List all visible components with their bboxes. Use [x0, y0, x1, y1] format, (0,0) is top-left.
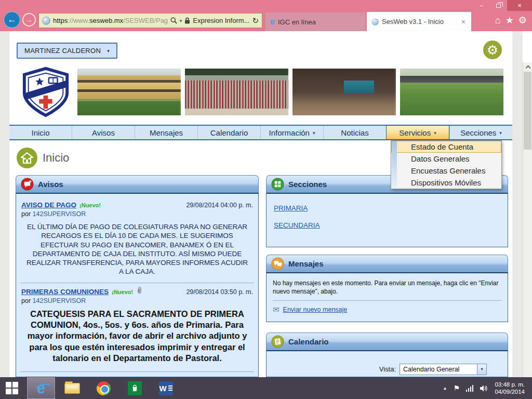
- forward-button[interactable]: →: [22, 13, 36, 26]
- banner-photo-crowd: [183, 67, 290, 117]
- nav-item-noticias[interactable]: Noticias: [323, 126, 386, 139]
- aviso-item: AVISO DE PAGO ¡Nuevo! 29/08/2014 04:00 p…: [21, 201, 253, 276]
- show-hidden-icons-button[interactable]: ▲: [443, 386, 447, 391]
- home-icon: [17, 148, 37, 168]
- menu-item-datos-generales[interactable]: Datos Generales: [391, 153, 501, 165]
- calendario-panel-header: Calendario: [266, 332, 508, 351]
- vista-select[interactable]: Calendario General ▾: [400, 364, 487, 375]
- settings-gear-icon[interactable]: ⚙: [518, 15, 527, 26]
- nav-item-secciones[interactable]: Secciones▾: [449, 126, 512, 139]
- banner-photo-field: [398, 67, 505, 117]
- action-center-flag-icon[interactable]: ⚑: [453, 384, 460, 392]
- new-badge: ¡Nuevo!: [112, 289, 133, 295]
- panel-title: Mensajes: [288, 259, 324, 268]
- vertical-scrollbar[interactable]: [523, 62, 532, 399]
- network-signal-icon[interactable]: [466, 385, 474, 392]
- taskbar-word-button[interactable]: W: [152, 377, 180, 399]
- messages-bubbles-icon: [271, 257, 284, 270]
- mensajes-panel: Mensajes No hay mensajes en este momento…: [266, 255, 508, 322]
- nav-item-mensajes[interactable]: Mensajes: [135, 126, 197, 139]
- url-text: https://www.sesweb.mx/SESWEB/Paginas/Ii: [53, 17, 168, 24]
- refresh-icon[interactable]: ↻: [252, 16, 259, 25]
- nav-item-avisos[interactable]: Avisos: [72, 126, 135, 139]
- start-button[interactable]: [0, 377, 24, 399]
- chevron-down-icon: ▾: [313, 130, 315, 136]
- vista-label: Vista:: [379, 365, 396, 373]
- taskbar-clock[interactable]: 03:48 p. m. 04/09/2014: [495, 381, 527, 395]
- page-heading: Inicio: [17, 148, 69, 168]
- close-button[interactable]: ×: [507, 0, 532, 11]
- search-dropdown-caret-icon[interactable]: ▾: [180, 18, 182, 23]
- tab-sesweb[interactable]: SesWeb v3.1 - Inicio ×: [367, 12, 471, 31]
- nav-item-servicios[interactable]: Servicios▾: [386, 125, 449, 140]
- panel-title: Calendario: [288, 337, 329, 346]
- tab-label: IGC en línea: [278, 18, 361, 26]
- mensajes-panel-header: Mensajes: [266, 255, 508, 273]
- aviso-title-link[interactable]: PRIMERAS COMUNIONES: [21, 288, 109, 296]
- aviso-body: CATEQUESIS PARA EL SACRAMENTO DE PRIMERA…: [21, 309, 253, 364]
- page-settings-gear-button[interactable]: ⚙: [483, 41, 502, 59]
- chevron-down-icon: ▾: [481, 367, 483, 371]
- certificate-label[interactable]: Expresion Inform...: [193, 17, 249, 24]
- home-icon[interactable]: ⌂: [495, 15, 501, 26]
- restore-icon: [496, 4, 501, 8]
- forward-arrow-icon: →: [25, 16, 33, 24]
- taskbar-store-button[interactable]: [121, 377, 149, 399]
- menu-item-estado-de-cuenta[interactable]: Estado de Cuenta: [391, 141, 501, 153]
- taskbar-ie-button[interactable]: e: [27, 377, 55, 399]
- aviso-author-line: por 142SUPERVISOR: [21, 210, 253, 218]
- gear-icon: ⚙: [487, 43, 498, 58]
- servicios-dropdown-menu: Estado de Cuenta Datos Generales Encuest…: [391, 140, 502, 189]
- windows-logo-icon: [6, 382, 18, 394]
- taskbar-file-explorer-button[interactable]: [58, 377, 86, 399]
- aviso-author-link[interactable]: 142SUPERVISOR: [33, 297, 86, 304]
- back-button[interactable]: ←: [4, 11, 20, 28]
- mensajes-empty-text: No hay mensajes en este momento. Para en…: [273, 279, 501, 296]
- aviso-item: PRIMERAS COMUNIONES ¡Nuevo! 29/08/2014 0…: [21, 286, 253, 364]
- tab-igc[interactable]: e IGC en línea: [265, 12, 366, 31]
- avisos-panel-header: Avisos: [16, 175, 259, 194]
- secciones-panel-body: PRIMARIA SECUNDARIA: [266, 194, 508, 247]
- close-icon: ×: [517, 2, 522, 9]
- aviso-title-link[interactable]: AVISO DE PAGO: [21, 201, 76, 209]
- page-body: MARTINEZ CALDERON ▾ ⚙: [9, 31, 512, 377]
- tab-close-icon[interactable]: ×: [460, 18, 467, 26]
- clock-time: 03:48 p. m.: [495, 381, 525, 388]
- internet-explorer-icon: e: [37, 381, 45, 396]
- taskbar: e W ▲ ⚑ 03:48 p. m. 04/09/2014: [0, 377, 532, 399]
- aviso-date: 29/08/2014 03:50 p. m.: [186, 288, 253, 296]
- minimize-icon: −: [480, 2, 483, 9]
- scroll-up-button[interactable]: [523, 62, 532, 71]
- user-dropdown-button[interactable]: MARTINEZ CALDERON ▾: [17, 43, 117, 59]
- nav-item-inicio[interactable]: Inicio: [9, 126, 72, 139]
- link-secundaria[interactable]: SECUNDARIA: [274, 221, 320, 229]
- user-name: MARTINEZ CALDERON: [24, 47, 101, 55]
- select-dropdown-button[interactable]: ▾: [477, 364, 486, 375]
- panel-title: Avisos: [38, 180, 63, 189]
- favorites-star-icon[interactable]: ★: [506, 15, 514, 26]
- grid-icon: [271, 178, 284, 191]
- nav-item-calendario[interactable]: Calendario: [197, 126, 260, 139]
- panel-title: Secciones: [288, 180, 327, 189]
- aviso-author-link[interactable]: 142SUPERVISOR: [33, 210, 86, 218]
- taskbar-chrome-button[interactable]: [89, 377, 117, 399]
- aviso-head: PRIMERAS COMUNIONES ¡Nuevo! 29/08/2014 0…: [21, 286, 253, 296]
- minimize-button[interactable]: −: [473, 0, 490, 11]
- search-icon[interactable]: [170, 17, 177, 24]
- nav-item-informacion[interactable]: Información▾: [260, 126, 323, 139]
- clock-date: 04/09/2014: [495, 388, 525, 395]
- scrollbar-thumb[interactable]: [524, 72, 531, 150]
- menu-item-dispositivos-moviles[interactable]: Dispositivos Móviles: [391, 177, 501, 189]
- site-globe-icon: [42, 17, 50, 25]
- link-primaria[interactable]: PRIMARIA: [274, 204, 308, 212]
- chrome-icon: [97, 381, 111, 395]
- globe-favicon-icon: [371, 18, 379, 25]
- menu-item-encuestas-generales[interactable]: Encuestas Generales: [391, 165, 501, 177]
- chevron-up-icon: [525, 65, 530, 71]
- restore-button[interactable]: [490, 0, 507, 11]
- address-bar[interactable]: https://www.sesweb.mx/SESWEB/Paginas/Ii …: [38, 13, 262, 28]
- banner-photo-building: [76, 67, 182, 117]
- volume-speaker-icon[interactable]: [480, 384, 488, 392]
- school-banner: [17, 65, 505, 118]
- enviar-nuevo-mensaje-link[interactable]: ✉ Enviar nuevo mensaje: [273, 305, 501, 314]
